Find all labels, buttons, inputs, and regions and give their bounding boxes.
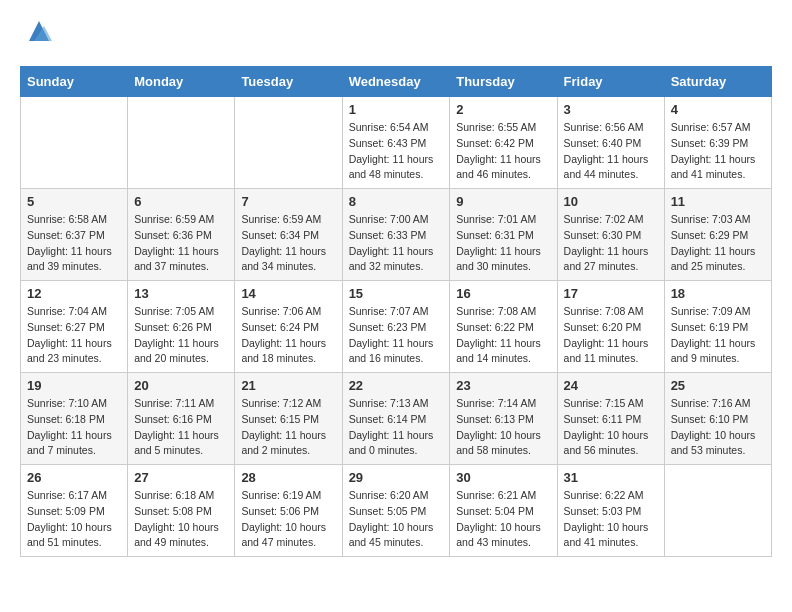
day-info: Sunrise: 7:08 AM Sunset: 6:22 PM Dayligh…	[456, 304, 550, 367]
calendar-cell: 27Sunrise: 6:18 AM Sunset: 5:08 PM Dayli…	[128, 465, 235, 557]
calendar-week-row: 26Sunrise: 6:17 AM Sunset: 5:09 PM Dayli…	[21, 465, 772, 557]
calendar-week-row: 19Sunrise: 7:10 AM Sunset: 6:18 PM Dayli…	[21, 373, 772, 465]
calendar-cell: 19Sunrise: 7:10 AM Sunset: 6:18 PM Dayli…	[21, 373, 128, 465]
weekday-header: Monday	[128, 67, 235, 97]
calendar-week-row: 1Sunrise: 6:54 AM Sunset: 6:43 PM Daylig…	[21, 97, 772, 189]
logo-icon	[24, 16, 54, 46]
calendar-cell: 16Sunrise: 7:08 AM Sunset: 6:22 PM Dayli…	[450, 281, 557, 373]
day-info: Sunrise: 6:20 AM Sunset: 5:05 PM Dayligh…	[349, 488, 444, 551]
day-info: Sunrise: 7:04 AM Sunset: 6:27 PM Dayligh…	[27, 304, 121, 367]
weekday-header: Thursday	[450, 67, 557, 97]
calendar-cell: 23Sunrise: 7:14 AM Sunset: 6:13 PM Dayli…	[450, 373, 557, 465]
day-info: Sunrise: 7:12 AM Sunset: 6:15 PM Dayligh…	[241, 396, 335, 459]
day-number: 22	[349, 378, 444, 393]
day-number: 16	[456, 286, 550, 301]
day-info: Sunrise: 6:55 AM Sunset: 6:42 PM Dayligh…	[456, 120, 550, 183]
calendar-cell: 26Sunrise: 6:17 AM Sunset: 5:09 PM Dayli…	[21, 465, 128, 557]
calendar-cell: 11Sunrise: 7:03 AM Sunset: 6:29 PM Dayli…	[664, 189, 771, 281]
weekday-header: Saturday	[664, 67, 771, 97]
day-number: 24	[564, 378, 658, 393]
day-number: 10	[564, 194, 658, 209]
calendar-cell: 15Sunrise: 7:07 AM Sunset: 6:23 PM Dayli…	[342, 281, 450, 373]
day-number: 8	[349, 194, 444, 209]
calendar-cell: 3Sunrise: 6:56 AM Sunset: 6:40 PM Daylig…	[557, 97, 664, 189]
day-info: Sunrise: 7:06 AM Sunset: 6:24 PM Dayligh…	[241, 304, 335, 367]
day-info: Sunrise: 7:10 AM Sunset: 6:18 PM Dayligh…	[27, 396, 121, 459]
weekday-header-row: SundayMondayTuesdayWednesdayThursdayFrid…	[21, 67, 772, 97]
day-info: Sunrise: 7:00 AM Sunset: 6:33 PM Dayligh…	[349, 212, 444, 275]
calendar-cell: 1Sunrise: 6:54 AM Sunset: 6:43 PM Daylig…	[342, 97, 450, 189]
calendar-cell: 9Sunrise: 7:01 AM Sunset: 6:31 PM Daylig…	[450, 189, 557, 281]
calendar-table: SundayMondayTuesdayWednesdayThursdayFrid…	[20, 66, 772, 557]
day-info: Sunrise: 7:13 AM Sunset: 6:14 PM Dayligh…	[349, 396, 444, 459]
calendar-cell	[21, 97, 128, 189]
calendar-cell: 24Sunrise: 7:15 AM Sunset: 6:11 PM Dayli…	[557, 373, 664, 465]
day-number: 18	[671, 286, 765, 301]
day-number: 20	[134, 378, 228, 393]
day-info: Sunrise: 6:21 AM Sunset: 5:04 PM Dayligh…	[456, 488, 550, 551]
day-info: Sunrise: 6:18 AM Sunset: 5:08 PM Dayligh…	[134, 488, 228, 551]
day-info: Sunrise: 6:54 AM Sunset: 6:43 PM Dayligh…	[349, 120, 444, 183]
calendar-cell: 29Sunrise: 6:20 AM Sunset: 5:05 PM Dayli…	[342, 465, 450, 557]
calendar-cell: 14Sunrise: 7:06 AM Sunset: 6:24 PM Dayli…	[235, 281, 342, 373]
page-header	[20, 20, 772, 50]
day-number: 5	[27, 194, 121, 209]
calendar-cell: 2Sunrise: 6:55 AM Sunset: 6:42 PM Daylig…	[450, 97, 557, 189]
day-number: 7	[241, 194, 335, 209]
calendar-cell	[664, 465, 771, 557]
day-number: 3	[564, 102, 658, 117]
day-number: 28	[241, 470, 335, 485]
day-number: 4	[671, 102, 765, 117]
calendar-cell: 8Sunrise: 7:00 AM Sunset: 6:33 PM Daylig…	[342, 189, 450, 281]
day-number: 25	[671, 378, 765, 393]
day-number: 9	[456, 194, 550, 209]
calendar-cell: 31Sunrise: 6:22 AM Sunset: 5:03 PM Dayli…	[557, 465, 664, 557]
day-info: Sunrise: 7:08 AM Sunset: 6:20 PM Dayligh…	[564, 304, 658, 367]
day-number: 12	[27, 286, 121, 301]
day-info: Sunrise: 6:56 AM Sunset: 6:40 PM Dayligh…	[564, 120, 658, 183]
calendar-cell: 18Sunrise: 7:09 AM Sunset: 6:19 PM Dayli…	[664, 281, 771, 373]
day-info: Sunrise: 7:11 AM Sunset: 6:16 PM Dayligh…	[134, 396, 228, 459]
day-number: 27	[134, 470, 228, 485]
day-number: 29	[349, 470, 444, 485]
weekday-header: Sunday	[21, 67, 128, 97]
calendar-cell	[128, 97, 235, 189]
day-info: Sunrise: 6:22 AM Sunset: 5:03 PM Dayligh…	[564, 488, 658, 551]
day-info: Sunrise: 6:59 AM Sunset: 6:36 PM Dayligh…	[134, 212, 228, 275]
day-number: 6	[134, 194, 228, 209]
day-number: 11	[671, 194, 765, 209]
day-info: Sunrise: 6:57 AM Sunset: 6:39 PM Dayligh…	[671, 120, 765, 183]
day-number: 21	[241, 378, 335, 393]
calendar-cell	[235, 97, 342, 189]
day-number: 31	[564, 470, 658, 485]
day-number: 19	[27, 378, 121, 393]
calendar-cell: 22Sunrise: 7:13 AM Sunset: 6:14 PM Dayli…	[342, 373, 450, 465]
day-info: Sunrise: 7:14 AM Sunset: 6:13 PM Dayligh…	[456, 396, 550, 459]
calendar-cell: 20Sunrise: 7:11 AM Sunset: 6:16 PM Dayli…	[128, 373, 235, 465]
weekday-header: Tuesday	[235, 67, 342, 97]
calendar-week-row: 5Sunrise: 6:58 AM Sunset: 6:37 PM Daylig…	[21, 189, 772, 281]
day-info: Sunrise: 7:03 AM Sunset: 6:29 PM Dayligh…	[671, 212, 765, 275]
day-number: 23	[456, 378, 550, 393]
day-info: Sunrise: 6:59 AM Sunset: 6:34 PM Dayligh…	[241, 212, 335, 275]
day-info: Sunrise: 7:02 AM Sunset: 6:30 PM Dayligh…	[564, 212, 658, 275]
day-info: Sunrise: 6:17 AM Sunset: 5:09 PM Dayligh…	[27, 488, 121, 551]
calendar-cell: 17Sunrise: 7:08 AM Sunset: 6:20 PM Dayli…	[557, 281, 664, 373]
day-info: Sunrise: 7:16 AM Sunset: 6:10 PM Dayligh…	[671, 396, 765, 459]
day-number: 14	[241, 286, 335, 301]
calendar-cell: 7Sunrise: 6:59 AM Sunset: 6:34 PM Daylig…	[235, 189, 342, 281]
calendar-cell: 13Sunrise: 7:05 AM Sunset: 6:26 PM Dayli…	[128, 281, 235, 373]
calendar-cell: 21Sunrise: 7:12 AM Sunset: 6:15 PM Dayli…	[235, 373, 342, 465]
calendar-cell: 30Sunrise: 6:21 AM Sunset: 5:04 PM Dayli…	[450, 465, 557, 557]
day-info: Sunrise: 6:19 AM Sunset: 5:06 PM Dayligh…	[241, 488, 335, 551]
day-info: Sunrise: 7:05 AM Sunset: 6:26 PM Dayligh…	[134, 304, 228, 367]
weekday-header: Wednesday	[342, 67, 450, 97]
calendar-cell: 12Sunrise: 7:04 AM Sunset: 6:27 PM Dayli…	[21, 281, 128, 373]
day-number: 26	[27, 470, 121, 485]
day-number: 15	[349, 286, 444, 301]
day-number: 30	[456, 470, 550, 485]
day-number: 1	[349, 102, 444, 117]
day-info: Sunrise: 7:07 AM Sunset: 6:23 PM Dayligh…	[349, 304, 444, 367]
day-info: Sunrise: 7:01 AM Sunset: 6:31 PM Dayligh…	[456, 212, 550, 275]
day-info: Sunrise: 7:09 AM Sunset: 6:19 PM Dayligh…	[671, 304, 765, 367]
